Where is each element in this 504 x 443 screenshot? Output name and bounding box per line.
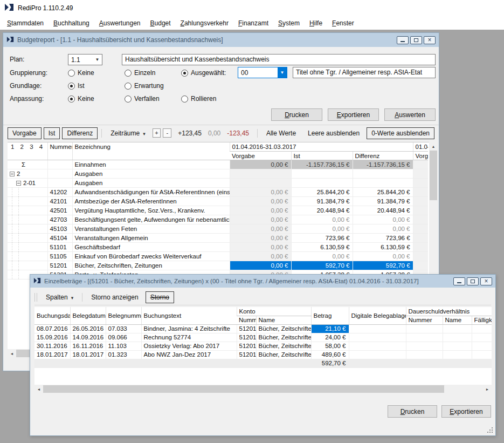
exportieren-button[interactable]: Exportieren <box>441 405 491 418</box>
horizontal-scrollbar[interactable] <box>34 385 492 393</box>
drucken-button[interactable]: Drucken <box>388 405 437 418</box>
budget-row[interactable]: 42501 Vergütung Hauptamtliche, Soz.Vers.… <box>8 206 428 215</box>
menu-item[interactable]: Hilfe <box>305 17 327 29</box>
period2-header[interactable]: 01.04. <box>413 142 428 151</box>
budget-row[interactable]: 45104 Veranstaltungen Allgemein 0,00 € 7… <box>8 233 428 242</box>
dsv-group-header[interactable]: Dauerschuldverhältnis <box>406 307 492 316</box>
konto-group-header[interactable]: Konto <box>237 307 311 316</box>
detail-row[interactable]: 18.01.2017 18.01.2017 01.323 Abo NWZ Jan… <box>34 350 492 359</box>
zeitraeume-dropdown[interactable]: Zeiträume <box>106 127 150 139</box>
detail-row[interactable]: 30.11.2016 16.11.2016 11.103 Ossietzky V… <box>34 342 492 350</box>
cell-dsv-name <box>443 350 472 359</box>
col-dsv-name-header[interactable]: Name <box>443 316 472 324</box>
col-belegdatum-header[interactable]: Belegdatum <box>70 307 106 324</box>
toolbar-grip[interactable] <box>34 293 37 302</box>
collapse-expander-icon[interactable] <box>16 181 21 186</box>
menu-item[interactable]: Stammdaten <box>2 17 49 29</box>
radio-option[interactable]: Verfallen <box>125 95 181 103</box>
spalten-dropdown[interactable]: Spalten <box>41 291 78 303</box>
col-belegnummer-header[interactable]: Belegnummer <box>106 307 141 324</box>
menu-item[interactable]: Auswertungen <box>94 17 146 29</box>
budget-row[interactable]: 2 Ausgaben <box>8 169 428 178</box>
plan-name-field[interactable]: Haushaltsübersicht und Kassenbestandsnac… <box>122 54 436 65</box>
budget-row[interactable]: 51201 Bücher, Zeitschriften, Zeitungen 0… <box>8 261 428 270</box>
scroll-left-icon[interactable] <box>8 349 16 358</box>
col-dsv-nummer-header[interactable]: Nummer <box>406 316 443 324</box>
storno-anzeigen-button[interactable]: Storno anzeigen <box>86 291 143 303</box>
gruppierung-name-field[interactable]: Titel ohne Tgr. / Allgemeiner resp. AStA… <box>293 67 436 78</box>
exportieren-button[interactable]: Exportieren <box>328 108 379 121</box>
col-buchungstext-header[interactable]: Buchungstext <box>141 307 237 324</box>
ist-toggle[interactable]: Ist <box>44 127 60 139</box>
col-vorgabe-header[interactable]: Vorgabe <box>230 151 291 160</box>
collapse-expander-icon[interactable] <box>10 172 15 176</box>
radio-option[interactable]: Erwartung <box>125 82 181 90</box>
maximize-button[interactable] <box>410 36 422 44</box>
scroll-left-icon[interactable] <box>34 385 43 393</box>
menu-item[interactable]: System <box>273 17 305 29</box>
minimize-button[interactable] <box>453 277 465 285</box>
col-konto-name-header[interactable]: Name <box>256 316 311 324</box>
gruppierung-select[interactable]: 00 <box>238 67 287 78</box>
maximize-button[interactable] <box>467 277 479 285</box>
cell-differenz: -1.157.736,15 € <box>353 160 413 169</box>
differenz-toggle[interactable]: Differenz <box>62 127 98 139</box>
budget-row[interactable]: 51105 Einkauf von Bürobedarf zwecks Weit… <box>8 251 428 261</box>
budget-row[interactable]: 51101 Geschäftsbedarf 0,00 € 6.130,59 € … <box>8 242 428 251</box>
radio-option[interactable]: Keine <box>68 95 125 103</box>
scrollbar-thumb[interactable] <box>43 385 444 393</box>
period-header[interactable]: 01.04.2016-31.03.2017 <box>230 142 413 151</box>
radio-option[interactable]: Rollieren <box>181 95 238 103</box>
col-buchungsdatum-header[interactable]: Buchungsdatum <box>34 307 70 324</box>
budget-titlebar[interactable]: Budgetreport - [1.1 - Haushaltsübersicht… <box>3 33 439 47</box>
col-betrag-header[interactable]: Betrag <box>311 307 349 324</box>
resize-grip[interactable] <box>487 427 493 433</box>
col-faelligkeit-header[interactable]: Fälligkeit <box>472 316 492 324</box>
budget-row[interactable]: 41202 Aufwandsentschädigungen für AStA-R… <box>8 187 428 196</box>
scrollbar-thumb[interactable] <box>430 151 437 200</box>
auswerten-button[interactable]: Auswerten <box>384 108 436 121</box>
close-button[interactable] <box>480 277 492 285</box>
cell-vorgabe2 <box>413 233 428 242</box>
vorgabe-toggle[interactable]: Vorgabe <box>8 127 42 139</box>
budget-row[interactable]: 42703 Beschäftigungsent gelte, Aufwendun… <box>8 215 428 224</box>
budget-row[interactable]: 2-01 Ausgaben <box>8 178 428 187</box>
radio-option[interactable]: Keine <box>68 69 125 77</box>
chevron-down-icon <box>93 54 102 65</box>
alle-werte-button[interactable]: Alle Werte <box>261 127 301 139</box>
budget-row[interactable]: 45103 Veranstaltungen Feten 0,00 € 0,00 … <box>8 224 428 233</box>
scroll-right-icon[interactable] <box>483 385 492 393</box>
col-nummer-header[interactable]: Nummer <box>47 142 72 160</box>
col-differenz-header[interactable]: Differenz <box>353 151 413 160</box>
budget-row[interactable]: Σ Einnahmen 0,00 € -1.157.736,15 € -1.15… <box>8 160 428 169</box>
radio-option[interactable]: Einzeln <box>125 69 181 77</box>
expand-all-icon[interactable] <box>153 128 161 138</box>
plan-select[interactable]: 1.1 <box>68 54 102 65</box>
leere-ausblenden-button[interactable]: Leere ausblenden <box>303 127 364 139</box>
radio-option[interactable]: Ist <box>68 82 125 90</box>
tree-cell <box>8 233 47 242</box>
close-button[interactable] <box>424 36 436 44</box>
drucken-button[interactable]: Drucken <box>271 108 322 121</box>
col-vorgabe2-header[interactable]: Vorgabe <box>413 151 428 160</box>
storno-toggle[interactable]: Storno <box>146 291 174 303</box>
detail-row[interactable]: 08.07.2016 26.05.2016 07.033 Bindner, Ja… <box>34 324 492 333</box>
scroll-up-icon[interactable] <box>429 142 438 151</box>
col-ist-header[interactable]: Ist <box>291 151 353 160</box>
radio-option[interactable]: Ausgewählt: <box>181 69 238 77</box>
detail-row[interactable]: 15.09.2016 14.09.2016 09.066 Rechnung 52… <box>34 333 492 342</box>
menu-item[interactable]: Fenster <box>327 17 359 29</box>
col-belegablage-header[interactable]: Digitale Belegablage <box>349 307 406 324</box>
col-bezeichnung-header[interactable]: Bezeichnung <box>72 142 230 160</box>
collapse-all-icon[interactable] <box>163 128 171 138</box>
detail-grid: Buchungsdatum Belegdatum Belegnummer Buc… <box>34 307 492 385</box>
minimize-button[interactable] <box>397 36 409 44</box>
menu-item[interactable]: Budget <box>146 17 176 29</box>
nullwerte-ausblenden-toggle[interactable]: 0-Werte ausblenden <box>367 127 434 139</box>
budget-row[interactable]: 42101 Amtsbezüge der AStA-ReferentInnen … <box>8 196 428 206</box>
col-konto-nummer-header[interactable]: Nummer <box>237 316 256 324</box>
menu-item[interactable]: Buchhaltung <box>49 17 94 29</box>
detail-titlebar[interactable]: Einzelbeträge - [(51201 - Bücher, Zeitsc… <box>30 275 495 288</box>
menu-item[interactable]: Zahlungsverkehr <box>176 17 233 29</box>
menu-item[interactable]: Finanzamt <box>233 17 273 29</box>
